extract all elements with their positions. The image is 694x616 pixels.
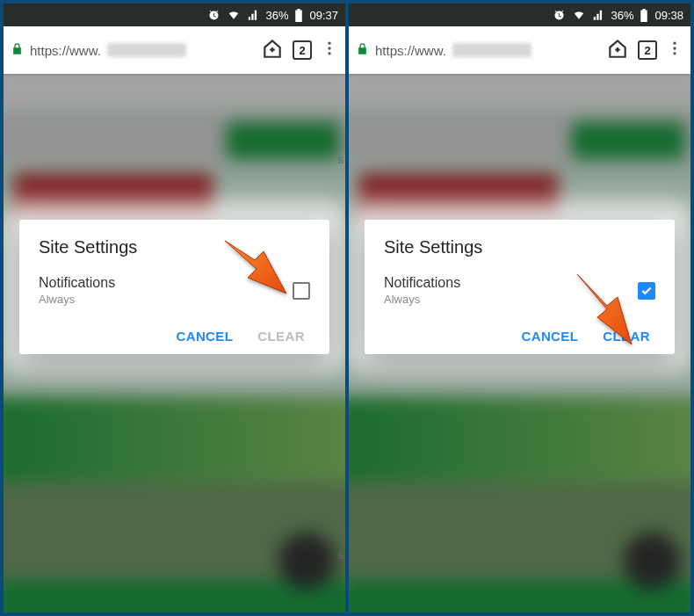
svg-point-3 bbox=[673, 42, 676, 45]
wifi-icon bbox=[227, 9, 241, 21]
site-settings-dialog: Site Settings Notifications Always CANCE… bbox=[365, 220, 675, 354]
svg-point-0 bbox=[328, 42, 330, 45]
clear-button[interactable]: CLEAR bbox=[603, 329, 650, 344]
clock-text: 09:37 bbox=[309, 9, 338, 22]
signal-icon bbox=[247, 9, 259, 21]
url-redacted bbox=[452, 43, 531, 57]
battery-percent: 36% bbox=[611, 9, 633, 22]
overflow-menu-icon[interactable] bbox=[321, 38, 338, 62]
home-add-icon[interactable] bbox=[606, 37, 629, 63]
svg-point-2 bbox=[328, 52, 330, 54]
row-primary-label: Notifications bbox=[384, 275, 460, 291]
address-bar[interactable]: https://www. bbox=[11, 41, 252, 59]
edge-artifact: s bbox=[338, 548, 344, 562]
url-redacted bbox=[107, 43, 186, 57]
wifi-icon bbox=[572, 9, 586, 21]
browser-toolbar: https://www. 2 bbox=[4, 26, 345, 74]
screenshot-left: 36% 09:37 https://www. 2 s s Site Settin… bbox=[4, 4, 345, 612]
cancel-button[interactable]: CANCEL bbox=[176, 329, 233, 344]
address-bar[interactable]: https://www. bbox=[356, 41, 597, 59]
signal-icon bbox=[592, 9, 604, 21]
site-settings-dialog: Site Settings Notifications Always CANCE… bbox=[19, 220, 329, 354]
android-status-bar: 36% 09:38 bbox=[349, 4, 690, 26]
notifications-row[interactable]: Notifications Always bbox=[384, 275, 655, 306]
row-secondary-label: Always bbox=[39, 293, 115, 306]
home-add-icon[interactable] bbox=[261, 37, 284, 63]
tab-switcher[interactable]: 2 bbox=[638, 40, 657, 60]
alarm-icon bbox=[553, 9, 566, 22]
android-status-bar: 36% 09:37 bbox=[4, 4, 345, 26]
tab-switcher[interactable]: 2 bbox=[293, 40, 312, 60]
lock-icon bbox=[11, 41, 24, 59]
tab-count: 2 bbox=[299, 44, 305, 57]
tab-count: 2 bbox=[644, 44, 650, 57]
svg-point-1 bbox=[328, 47, 330, 49]
edge-artifact: s bbox=[338, 153, 344, 166]
url-prefix: https://www. bbox=[30, 43, 101, 58]
url-prefix: https://www. bbox=[375, 43, 446, 58]
row-secondary-label: Always bbox=[384, 293, 460, 306]
battery-percent: 36% bbox=[265, 9, 288, 22]
overflow-menu-icon[interactable] bbox=[666, 38, 683, 62]
cancel-button[interactable]: CANCEL bbox=[521, 329, 578, 344]
lock-icon bbox=[356, 41, 369, 59]
notifications-checkbox[interactable] bbox=[293, 282, 310, 300]
screenshot-right: 36% 09:38 https://www. 2 Site Settings bbox=[349, 4, 690, 612]
browser-toolbar: https://www. 2 bbox=[349, 26, 690, 74]
clock-text: 09:38 bbox=[654, 9, 683, 22]
row-primary-label: Notifications bbox=[39, 275, 115, 291]
notifications-checkbox[interactable] bbox=[638, 282, 655, 300]
battery-icon bbox=[640, 9, 648, 22]
dialog-title: Site Settings bbox=[39, 237, 310, 257]
alarm-icon bbox=[207, 9, 220, 22]
svg-point-5 bbox=[673, 52, 676, 54]
dialog-title: Site Settings bbox=[384, 237, 655, 257]
notifications-row[interactable]: Notifications Always bbox=[39, 275, 310, 306]
battery-icon bbox=[294, 9, 303, 22]
svg-point-4 bbox=[673, 47, 676, 49]
clear-button[interactable]: CLEAR bbox=[257, 329, 305, 344]
